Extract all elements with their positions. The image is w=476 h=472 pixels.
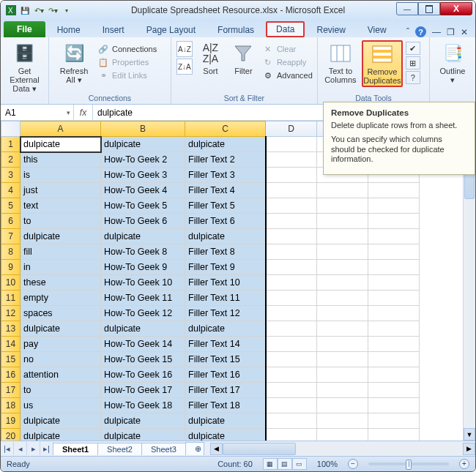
data-validation-icon[interactable]: ✔	[406, 42, 420, 55]
cell[interactable]	[317, 183, 368, 198]
cell[interactable]: Filler Text 5	[185, 198, 266, 214]
cell[interactable]	[368, 275, 420, 291]
cell[interactable]	[266, 183, 317, 198]
row-header[interactable]: 9	[1, 260, 21, 275]
reapply-button[interactable]: ↻Reapply	[262, 56, 313, 68]
view-page-break-icon[interactable]: ▭	[292, 458, 307, 470]
cell[interactable]	[266, 413, 317, 429]
cell[interactable]	[368, 260, 420, 275]
cell[interactable]	[317, 367, 368, 383]
cell[interactable]: us	[21, 398, 101, 413]
minimize-button[interactable]: —	[396, 2, 418, 15]
cell[interactable]: is	[21, 168, 101, 183]
scroll-down-icon[interactable]: ▼	[464, 428, 475, 441]
cell[interactable]	[368, 337, 420, 352]
cell[interactable]: Filler Text 6	[185, 214, 266, 229]
row-header[interactable]: 20	[1, 429, 21, 441]
cell[interactable]: dulpicate	[101, 229, 185, 244]
cell[interactable]	[317, 214, 368, 229]
cell[interactable]	[368, 398, 420, 413]
cell[interactable]	[317, 275, 368, 291]
sheet-tab-2[interactable]: Sheet2	[97, 443, 142, 455]
mdi-minimize-icon[interactable]: —	[432, 27, 441, 37]
outline-button[interactable]: 📑Outline ▾	[434, 40, 471, 84]
properties-button[interactable]: 📋Properties	[97, 56, 157, 68]
whatif-icon[interactable]: ?	[406, 71, 420, 84]
sheet-tab-new[interactable]: ⊕	[185, 442, 204, 455]
remove-duplicates-button[interactable]: Remove Duplicates	[362, 40, 403, 87]
cell[interactable]: How-To Geek 5	[101, 198, 185, 214]
cell[interactable]	[266, 429, 317, 441]
row-header[interactable]: 18	[1, 398, 21, 413]
cell[interactable]: in	[21, 260, 101, 275]
sheet-tab-3[interactable]: Sheet3	[141, 443, 186, 455]
cell[interactable]: dulpicate	[101, 321, 185, 337]
cell[interactable]	[266, 198, 317, 214]
cell[interactable]: text	[21, 198, 101, 214]
row-header[interactable]: 11	[1, 291, 21, 306]
row-header[interactable]: 12	[1, 306, 21, 321]
sort-za-button[interactable]: Z↓A	[176, 59, 193, 75]
cell[interactable]: How-To Geek 4	[101, 183, 185, 198]
col-header-C[interactable]: C	[185, 121, 266, 137]
cell[interactable]	[266, 275, 317, 291]
cell[interactable]	[368, 198, 420, 214]
row-header[interactable]: 10	[1, 275, 21, 291]
cell[interactable]: dulpicate	[101, 413, 185, 429]
cell[interactable]: How-To Geek 11	[101, 291, 185, 306]
cell[interactable]	[317, 429, 368, 441]
cell[interactable]	[266, 168, 317, 183]
undo-icon[interactable]: ↶▾	[33, 4, 45, 16]
row-header[interactable]: 16	[1, 367, 21, 383]
row-header[interactable]: 3	[1, 168, 21, 183]
cell[interactable]: How-To Geek 2	[101, 152, 185, 168]
zoom-out-button[interactable]: −	[348, 459, 358, 469]
advanced-button[interactable]: ⚙Advanced	[262, 70, 313, 81]
mdi-restore-icon[interactable]: ❐	[447, 27, 455, 37]
tab-review[interactable]: Review	[306, 22, 355, 37]
help-icon[interactable]: ?	[415, 26, 426, 37]
row-header[interactable]: 6	[1, 214, 21, 229]
cell[interactable]	[368, 352, 420, 367]
cell[interactable]	[266, 321, 317, 337]
cell[interactable]	[368, 321, 420, 337]
row-header[interactable]: 2	[1, 152, 21, 168]
cell[interactable]	[368, 383, 420, 398]
sheet-tab-1[interactable]: Sheet1	[53, 443, 98, 455]
get-external-data-button[interactable]: 🗄️Get External Data ▾	[5, 40, 44, 93]
cell[interactable]: empty	[21, 291, 101, 306]
cell[interactable]: How-To Geek 9	[101, 260, 185, 275]
cell[interactable]: How-To Geek 10	[101, 275, 185, 291]
tab-page-layout[interactable]: Page Layout	[136, 22, 206, 37]
tab-formulas[interactable]: Formulas	[207, 22, 264, 37]
zoom-in-button[interactable]: +	[459, 459, 469, 469]
cell[interactable]	[266, 137, 317, 152]
sheet-nav-first-icon[interactable]: |◂	[1, 442, 14, 455]
tab-data[interactable]: Data	[266, 21, 305, 37]
cell[interactable]: Filler Text 12	[185, 306, 266, 321]
row-header[interactable]: 1	[1, 137, 21, 152]
cell[interactable]	[317, 321, 368, 337]
cell[interactable]: fill	[21, 244, 101, 260]
cell[interactable]: dulpicate	[21, 229, 101, 244]
cell[interactable]	[317, 229, 368, 244]
connections-button[interactable]: 🔗Connections	[97, 43, 157, 55]
zoom-level[interactable]: 100%	[317, 460, 338, 468]
tab-file[interactable]: File	[4, 21, 45, 37]
cell[interactable]	[368, 367, 420, 383]
col-header-B[interactable]: B	[101, 121, 185, 137]
cell[interactable]	[317, 337, 368, 352]
cell[interactable]	[266, 244, 317, 260]
cell[interactable]: Filler Text 2	[185, 152, 266, 168]
scroll-thumb-h[interactable]	[223, 443, 296, 455]
horizontal-scrollbar[interactable]: ◀ ▶	[210, 443, 475, 455]
row-header[interactable]: 5	[1, 198, 21, 214]
cell[interactable]	[317, 260, 368, 275]
sort-button[interactable]: A|ZZ|ASort	[196, 40, 225, 75]
cell[interactable]: Filler Text 15	[185, 352, 266, 367]
cell[interactable]	[368, 291, 420, 306]
tab-home[interactable]: Home	[47, 22, 91, 37]
cell[interactable]: dulpicate	[21, 321, 101, 337]
row-header[interactable]: 17	[1, 383, 21, 398]
sheet-nav-next-icon[interactable]: ▸	[27, 442, 40, 455]
